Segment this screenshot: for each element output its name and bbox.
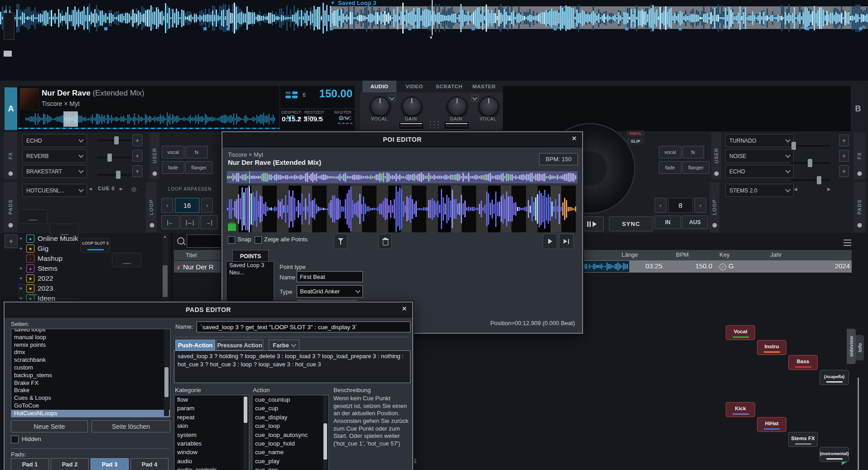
fx-dry-wet-slider[interactable] — [97, 174, 136, 176]
user-enable-dot[interactable] — [152, 171, 157, 176]
pad-select-button-4[interactable]: Pad 4 — [130, 458, 169, 470]
fx-dry-wet-slider[interactable] — [790, 179, 830, 181]
stems-next-arrow[interactable]: ▶ — [827, 187, 831, 192]
header-bpm[interactable]: BPM — [676, 251, 689, 258]
pads-enable-dot[interactable] — [857, 223, 862, 228]
user-fx-button-vocal[interactable]: vocal — [162, 146, 184, 158]
pads-enable-dot[interactable] — [8, 223, 13, 228]
action-list-item[interactable]: cue_pos — [252, 465, 328, 470]
mixer-tab-master[interactable]: MASTER — [467, 81, 501, 92]
vocal-dropdown-button[interactable] — [471, 95, 478, 101]
fx-dry-wet-slider[interactable] — [97, 157, 136, 158]
seite-loeschen-button[interactable]: Seite löschen — [92, 420, 170, 432]
user-fx-button-fade[interactable]: fade — [162, 161, 184, 174]
loop-in-button[interactable]: IN — [655, 216, 681, 229]
mixer-knob-vocal-3[interactable] — [479, 96, 499, 116]
fx-dry-wet-slider[interactable] — [790, 162, 830, 164]
close-icon[interactable]: × — [572, 134, 577, 143]
points-list[interactable]: Saved Loop 3Neu... — [226, 261, 274, 303]
point-list-item[interactable]: Saved Loop 3 — [227, 262, 274, 269]
kategorie-list-item[interactable]: variables — [174, 439, 249, 448]
fx-slot-reverb[interactable]: REVERB — [22, 149, 87, 163]
wave-zoom-slider[interactable] — [4, 13, 14, 40]
user-fx-button-fx[interactable]: fx — [185, 146, 208, 158]
fx-enable-dot[interactable] — [857, 171, 862, 176]
action-list-item[interactable]: cue_countup — [252, 395, 328, 404]
loop-marker-icon[interactable]: ▼ — [330, 0, 335, 5]
neue-seite-button[interactable]: Neue Seite — [11, 420, 88, 432]
stem-pad-stems-fx[interactable]: Stems FX — [788, 432, 818, 447]
show-all-points-checkbox[interactable] — [255, 236, 262, 244]
kategorie-list-item[interactable]: repeat — [174, 413, 249, 422]
action-list-item[interactable]: cue_loop_hold — [252, 439, 328, 448]
mixer-tab-video[interactable]: VIDEO — [397, 81, 431, 92]
seiten-list-item[interactable]: Brake FX — [11, 379, 170, 387]
bpm-button[interactable]: BPM: 150 — [539, 153, 578, 165]
sync-button[interactable]: SYNC — [609, 216, 653, 231]
fx-plus-button[interactable]: + — [132, 150, 142, 162]
mixer-knob-vocal-0[interactable] — [370, 96, 390, 116]
tree-scrollbar[interactable]: ▲ — [162, 234, 168, 302]
tree-expander[interactable]: + — [18, 265, 24, 272]
fx-plus-button[interactable]: + — [839, 134, 849, 146]
mixer-knob-gain-1[interactable] — [402, 96, 422, 116]
fx-dry-wet-slider[interactable] — [790, 145, 830, 147]
stem-pad-instru[interactable]: Instru — [757, 340, 786, 355]
sidebar-item-gig[interactable]: + ★ Gig — [18, 244, 162, 254]
pad-select-button-3[interactable]: Pad 3 — [91, 458, 129, 470]
browser-scroll-line[interactable] — [858, 378, 859, 470]
tree-expander[interactable]: + — [18, 295, 24, 302]
tree-expander[interactable]: + — [18, 235, 24, 242]
fx-dry-wet-slider[interactable] — [97, 139, 136, 141]
poi-dialog-titlebar[interactable]: POI EDITOR × — [222, 132, 582, 147]
mixer-tab-scratch[interactable]: SCRATCH — [432, 81, 466, 92]
cue-marker[interactable] — [104, 27, 107, 30]
tree-expander[interactable]: + — [18, 285, 24, 292]
kategorie-list-item[interactable]: audio — [174, 457, 249, 465]
user-fx-button-flanger[interactable]: flanger — [185, 161, 212, 174]
fx-slot-brakestart[interactable]: BRAKESTART — [22, 165, 87, 178]
stems-prev-arrow[interactable]: ◀ — [794, 187, 797, 192]
tab-push-action[interactable]: Push-Action — [175, 340, 215, 350]
rhythm-wave-strip[interactable]: ▼ ▼ Saved Loop 3 — [0, 0, 868, 81]
seiten-list-item[interactable]: custom — [11, 364, 170, 372]
kategorie-list-item[interactable]: skin — [174, 422, 249, 430]
kategorie-list-item[interactable]: audio_controls — [174, 465, 249, 470]
cue-marker[interactable] — [554, 27, 557, 30]
close-icon[interactable]: × — [402, 304, 407, 313]
kategorie-list-item[interactable]: system — [174, 431, 249, 439]
fx-slot-echo[interactable]: ECHO — [22, 134, 87, 147]
seiten-list[interactable]: saved loopsmanual loopremix pointsdmxscr… — [11, 329, 170, 417]
vocal-dropdown-button[interactable] — [388, 95, 395, 101]
cue-marker[interactable] — [625, 27, 628, 30]
kategorie-list-item[interactable]: param — [174, 404, 249, 412]
cue-next-arrow[interactable]: ▶ — [120, 187, 123, 191]
action-list-item[interactable]: cue_display — [252, 413, 328, 422]
deck-b-badge[interactable]: B — [852, 87, 864, 130]
add-folder-button[interactable]: + — [5, 235, 18, 248]
loop-double-button[interactable]: › — [201, 198, 213, 213]
action-list-item[interactable]: cue_loop_autosync — [252, 431, 328, 439]
fx-plus-button[interactable]: + — [839, 150, 849, 162]
loop-enable-dot[interactable] — [149, 223, 154, 228]
cue-marker[interactable] — [227, 27, 230, 30]
user-fx-button-vocal[interactable]: vocal — [659, 146, 681, 158]
script-editor[interactable]: saved_loop 3 ? holding ? loop_delete 3 :… — [174, 350, 410, 383]
snap-checkbox[interactable] — [228, 236, 235, 244]
cue-marker[interactable] — [472, 27, 475, 30]
stem-pad-acapella[interactable]: (Acapella) — [820, 370, 849, 385]
fx-plus-button[interactable]: + — [132, 134, 142, 146]
wave-zoom-handle[interactable] — [4, 51, 12, 57]
cue-marker[interactable] — [859, 27, 862, 30]
pads-name-input[interactable]: `saved_loop 3 ? get_text "LOOP SLOT 3" :… — [197, 321, 410, 332]
fx-plus-button[interactable]: + — [839, 165, 849, 177]
deck-a-mini-waveform[interactable] — [25, 111, 275, 127]
pads-page-dot[interactable] — [131, 187, 136, 192]
fx-plus-button[interactable]: + — [132, 165, 142, 177]
seiten-list-item[interactable]: scratchbank — [11, 356, 170, 364]
seiten-list-item[interactable]: remix points — [11, 341, 170, 349]
seiten-list-item[interactable]: Cues & Loops — [11, 394, 170, 402]
gain-fader[interactable] — [444, 121, 469, 129]
action-list-item[interactable]: cue_cup — [252, 404, 328, 412]
fx-slot-noise[interactable]: NOISE — [725, 149, 794, 163]
